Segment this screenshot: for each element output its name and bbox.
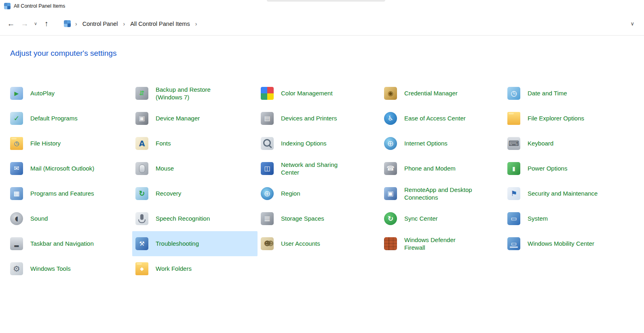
power-options-icon (507, 162, 520, 175)
address-bar[interactable]: › Control Panel › All Control Panel Item… (62, 16, 638, 32)
control-panel-item[interactable]: Backup and Restore (Windows 7) (132, 81, 258, 106)
devices-and-printers-icon (261, 112, 274, 125)
windows-mobility-center-icon (507, 237, 520, 250)
control-panel-icon (4, 3, 11, 9)
control-panel-item[interactable]: Fonts (132, 131, 258, 156)
control-panel-item[interactable]: Power Options (504, 156, 629, 181)
mouse-icon (135, 162, 148, 175)
item-label: Fonts (156, 139, 171, 148)
control-panel-item[interactable]: Work Folders (132, 256, 258, 281)
item-label: Color Management (281, 89, 333, 97)
default-programs-icon (10, 112, 23, 125)
programs-and-features-icon (10, 187, 23, 200)
item-label: Security and Maintenance (528, 190, 598, 198)
control-panel-item[interactable]: Recovery (132, 181, 258, 206)
control-panel-item[interactable]: Security and Maintenance (504, 181, 629, 206)
page-title: Adjust your computer's settings (10, 49, 116, 58)
backup-and-restore-icon (135, 87, 148, 100)
item-label: Windows Tools (30, 265, 71, 273)
control-panel-item[interactable]: Network and Sharing Center (258, 156, 381, 181)
control-panel-item[interactable]: Credential Manager (381, 81, 504, 106)
up-button[interactable]: ↑ (40, 17, 53, 31)
control-panel-item[interactable]: Mail (Microsoft Outlook) (7, 156, 132, 181)
control-panel-item[interactable]: Sound (7, 206, 132, 231)
window-title: All Control Panel Items (14, 3, 65, 9)
control-panel-item[interactable]: System (504, 206, 629, 231)
breadcrumb-separator-icon: › (122, 21, 126, 27)
item-label: Default Programs (30, 114, 78, 122)
control-panel-item[interactable]: Speech Recognition (132, 206, 258, 231)
mail-icon (10, 162, 23, 175)
control-panel-item[interactable]: Default Programs (7, 106, 132, 131)
item-label: Keyboard (528, 139, 553, 148)
control-panel-item[interactable]: Region (258, 181, 381, 206)
control-panel-item[interactable]: Color Management (258, 81, 381, 106)
back-button[interactable]: ← (4, 17, 18, 31)
control-panel-item[interactable]: AutoPlay (7, 81, 132, 106)
control-panel-item[interactable]: Phone and Modem (381, 156, 504, 181)
control-panel-item[interactable]: Troubleshooting (132, 231, 258, 256)
network-and-sharing-center-icon (261, 162, 274, 175)
speech-recognition-icon (135, 212, 148, 225)
color-management-icon (261, 87, 274, 100)
control-panel-item[interactable]: Storage Spaces (258, 206, 381, 231)
item-label: Mouse (156, 164, 174, 173)
control-panel-item[interactable]: Taskbar and Navigation (7, 231, 132, 256)
breadcrumb-control-panel[interactable]: Control Panel (79, 19, 121, 29)
remoteapp-and-desktop-connections-icon (384, 187, 397, 200)
control-panel-item[interactable]: User Accounts (258, 231, 381, 256)
item-label: System (528, 215, 548, 223)
control-panel-item[interactable]: File History (7, 131, 132, 156)
control-panel-item[interactable]: File Explorer Options (504, 106, 629, 131)
troubleshooting-icon (135, 237, 148, 250)
item-label: Indexing Options (281, 139, 327, 148)
fonts-icon (135, 137, 148, 150)
system-icon (507, 212, 520, 225)
control-panel-item[interactable]: Devices and Printers (258, 106, 381, 131)
item-label: Storage Spaces (281, 215, 324, 223)
item-label: Phone and Modem (404, 164, 456, 173)
address-dropdown-chevron-icon[interactable]: ∨ (626, 21, 638, 27)
item-label: AutoPlay (30, 89, 55, 97)
control-panel-item[interactable]: Windows Mobility Center (504, 231, 629, 256)
item-label: User Accounts (281, 240, 320, 248)
control-panel-item[interactable]: Indexing Options (258, 131, 381, 156)
item-label: Credential Manager (404, 89, 458, 97)
control-panel-item[interactable]: Internet Options (381, 131, 504, 156)
phone-and-modem-icon (384, 162, 397, 175)
control-panel-item[interactable]: Keyboard (504, 131, 629, 156)
work-folders-icon (135, 262, 148, 275)
item-label: Power Options (528, 164, 567, 173)
item-label: Region (281, 190, 300, 198)
item-label: RemoteApp and Desktop Connections (404, 186, 477, 202)
control-panel-item[interactable]: Sync Center (381, 206, 504, 231)
control-panel-item[interactable]: Date and Time (504, 81, 629, 106)
file-explorer-options-icon (507, 112, 520, 125)
control-panel-item[interactable]: Windows Defender Firewall (381, 231, 504, 256)
recovery-icon (135, 187, 148, 200)
control-panel-item[interactable]: Device Manager (132, 106, 258, 131)
control-panel-item[interactable]: Programs and Features (7, 181, 132, 206)
item-label: Ease of Access Center (404, 114, 466, 122)
top-edge-artifact (267, 0, 385, 2)
credential-manager-icon (384, 87, 397, 100)
item-label: Troubleshooting (156, 240, 199, 248)
item-label: Sync Center (404, 215, 438, 223)
item-label: Internet Options (404, 139, 448, 148)
item-label: File Explorer Options (528, 114, 584, 122)
autoplay-icon (10, 87, 23, 100)
control-panel-icon[interactable] (64, 20, 71, 27)
forward-button[interactable]: → (18, 17, 32, 31)
control-panel-item[interactable]: Mouse (132, 156, 258, 181)
control-panel-item[interactable]: Windows Tools (7, 256, 132, 281)
item-label: Mail (Microsoft Outlook) (30, 164, 94, 173)
windows-defender-firewall-icon (384, 237, 397, 250)
control-panel-item[interactable]: Ease of Access Center (381, 106, 504, 131)
recent-locations-chevron-icon[interactable]: ∨ (32, 17, 40, 31)
item-label: Work Folders (156, 265, 192, 273)
item-label: Taskbar and Navigation (30, 240, 94, 248)
device-manager-icon (135, 112, 148, 125)
control-panel-item[interactable]: RemoteApp and Desktop Connections (381, 181, 504, 206)
breadcrumb-all-control-panel-items[interactable]: All Control Panel Items (127, 19, 193, 29)
keyboard-icon (507, 137, 520, 150)
